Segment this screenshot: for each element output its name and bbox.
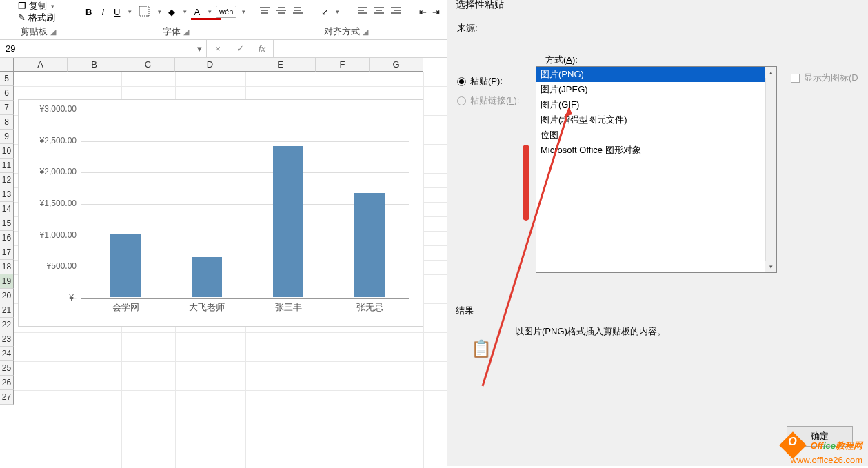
paste-radio-row[interactable]: 粘贴(P):	[457, 72, 520, 91]
y-axis-tick-label: ¥2,000.00	[19, 167, 77, 176]
column-header[interactable]: D	[175, 58, 245, 72]
row-header[interactable]: 16	[0, 231, 14, 245]
copy-label[interactable]: 复制	[29, 0, 47, 12]
y-axis-tick-label: ¥-	[19, 293, 77, 303]
dropdown-caret-icon[interactable]: ▾	[192, 43, 206, 54]
clipboard-group: ❐ 复制 ▾ ✎ 格式刷	[0, 0, 76, 23]
row-header[interactable]: 14	[0, 202, 14, 216]
format-painter-label[interactable]: 格式刷	[28, 12, 55, 24]
row-header[interactable]: 12	[0, 173, 14, 187]
row-header[interactable]: 6	[0, 86, 14, 101]
row-header[interactable]: 19	[0, 274, 14, 289]
paste-format-listbox[interactable]: ▴ ▾ 图片(PNG)图片(JPEG)图片(GIF)图片(增强型图元文件)位图M…	[536, 66, 777, 273]
name-box[interactable]: ▾	[0, 40, 207, 57]
chart-bar[interactable]	[110, 234, 141, 297]
italic-button[interactable]: I	[99, 6, 107, 19]
border-button[interactable]	[136, 4, 152, 20]
increase-indent-button[interactable]: ⇥	[432, 7, 440, 17]
listbox-item[interactable]: 图片(GIF)	[536, 97, 776, 112]
decrease-indent-button[interactable]: ⇤	[419, 7, 427, 17]
column-header[interactable]: E	[245, 58, 316, 72]
row-header[interactable]: 7	[0, 101, 14, 115]
listbox-item[interactable]: 位图	[536, 128, 776, 143]
dialog-launcher-icon[interactable]: ◢	[183, 28, 189, 36]
scroll-down-button[interactable]: ▾	[765, 261, 776, 272]
align-bottom-button[interactable]	[292, 6, 303, 18]
listbox-item[interactable]: 图片(PNG)	[536, 67, 776, 82]
column-header[interactable]: C	[121, 58, 175, 72]
dropdown-caret-icon[interactable]: ▾	[183, 8, 187, 15]
dropdown-caret-icon[interactable]: ▾	[336, 8, 339, 15]
dialog-title: 选择性粘贴	[447, 0, 868, 17]
enter-formula-button[interactable]: ✓	[229, 43, 251, 54]
dropdown-caret-icon[interactable]: ▾	[158, 8, 161, 15]
select-all-corner[interactable]	[0, 58, 14, 72]
scroll-up-button[interactable]: ▴	[765, 67, 776, 78]
align-middle-button[interactable]	[276, 6, 287, 18]
column-header[interactable]: B	[68, 58, 121, 72]
align-top-button[interactable]	[259, 6, 270, 18]
chart-bar[interactable]	[354, 193, 385, 297]
column-header[interactable]: A	[14, 58, 68, 72]
listbox-scrollbar[interactable]: ▴ ▾	[765, 67, 776, 272]
row-header[interactable]: 10	[0, 144, 14, 159]
chart-bar[interactable]	[192, 257, 222, 297]
column-header[interactable]: G	[370, 58, 423, 72]
align-right-button[interactable]	[390, 6, 401, 18]
row-headers[interactable]: 5678910111213141516171819202122232425262…	[0, 72, 14, 405]
row-header[interactable]: 21	[0, 303, 14, 318]
insert-function-button[interactable]: fx	[251, 43, 273, 54]
column-header[interactable]: F	[316, 58, 370, 72]
underline-button[interactable]: U	[111, 6, 123, 19]
font-color-button[interactable]: A	[191, 6, 203, 19]
row-header[interactable]: 15	[0, 216, 14, 231]
result-label: 结果	[456, 305, 474, 317]
row-header[interactable]: 22	[0, 318, 14, 332]
phonetic-button[interactable]: wén	[216, 6, 236, 18]
dialog-launcher-icon[interactable]: ◢	[363, 28, 368, 36]
name-box-input[interactable]	[0, 43, 192, 54]
row-header[interactable]: 23	[0, 332, 14, 347]
row-header[interactable]: 13	[0, 187, 14, 202]
radio-checked-icon[interactable]	[457, 77, 466, 86]
listbox-item[interactable]: Microsoft Office 图形对象	[536, 143, 776, 158]
fill-color-button[interactable]: ◆	[165, 6, 178, 19]
cancel-formula-button[interactable]: ×	[207, 43, 229, 54]
row-header[interactable]: 11	[0, 159, 14, 173]
row-header[interactable]: 25	[0, 361, 14, 376]
listbox-item[interactable]: 图片(JPEG)	[536, 82, 776, 97]
clipboard-group-label: 剪贴板	[21, 26, 48, 37]
format-painter-icon: ✎	[18, 12, 26, 23]
listbox-item[interactable]: 图片(增强型图元文件)	[536, 112, 776, 128]
y-axis-tick-label: ¥3,000.00	[19, 104, 77, 114]
align-left-button[interactable]	[357, 6, 368, 18]
row-header[interactable]: 18	[0, 260, 14, 274]
dialog-launcher-icon[interactable]: ◢	[50, 28, 56, 36]
row-header[interactable]: 27	[0, 390, 14, 405]
orientation-button[interactable]: ⤢	[321, 7, 329, 17]
copy-icon: ❐	[18, 1, 26, 11]
dropdown-caret-icon[interactable]: ▾	[51, 3, 54, 10]
row-header[interactable]: 26	[0, 376, 14, 390]
dropdown-caret-icon[interactable]: ▾	[208, 8, 212, 15]
row-header[interactable]: 9	[0, 130, 14, 144]
row-header[interactable]: 24	[0, 347, 14, 361]
row-header[interactable]: 17	[0, 245, 14, 260]
dropdown-caret-icon[interactable]: ▾	[242, 8, 245, 15]
embedded-chart[interactable]: ¥-¥500.00¥1,000.00¥1,500.00¥2,000.00¥2,5…	[18, 99, 423, 327]
row-header[interactable]: 5	[0, 72, 14, 86]
chart-bar[interactable]	[273, 146, 303, 297]
paste-special-dialog: 选择性粘贴 来源: 粘贴(P): 粘贴链接(L): 方式(A): ▴ ▾ 图片(…	[447, 0, 868, 466]
y-axis-tick-label: ¥1,500.00	[19, 199, 77, 208]
x-axis-label: 大飞老师	[166, 301, 248, 314]
column-headers[interactable]: ABCDEFG	[14, 58, 423, 72]
row-header[interactable]: 20	[0, 289, 14, 303]
bold-button[interactable]: B	[83, 6, 94, 19]
clipboard-paste-icon: 📋	[471, 339, 492, 358]
show-as-icon-label: 显示为图标(D	[804, 72, 858, 84]
watermark-text: Off	[810, 440, 823, 451]
chart-plot-area: ¥-¥500.00¥1,000.00¥1,500.00¥2,000.00¥2,5…	[19, 100, 423, 326]
dropdown-caret-icon[interactable]: ▾	[128, 8, 132, 15]
align-center-button[interactable]	[374, 6, 385, 18]
row-header[interactable]: 8	[0, 115, 14, 130]
